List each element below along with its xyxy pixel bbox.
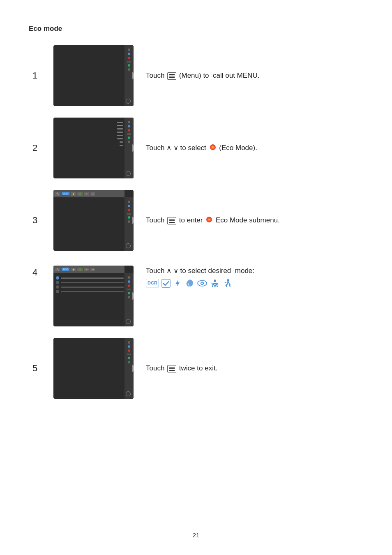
mode-icon-eye xyxy=(197,279,208,288)
menu-icon-1 xyxy=(167,72,176,80)
step-5-row: 5 Touch twice to exit. xyxy=(29,338,363,399)
mode-icon-eco xyxy=(184,279,194,288)
step-4-desc: Touch ∧ ∨ to select desired mode: DCR xyxy=(146,266,363,288)
step-1-desc: Touch (Menu) to call out MENU. xyxy=(146,70,363,81)
section-title: Eco mode xyxy=(29,25,363,33)
mode-icon-check xyxy=(161,279,171,288)
step-1-number: 1 xyxy=(29,70,41,81)
step-5-desc: Touch twice to exit. xyxy=(146,363,363,374)
step-2-monitor xyxy=(53,118,134,178)
step-3-desc: Touch to enter Eco Mode submenu. xyxy=(146,215,363,226)
eco-mode-icon-3 xyxy=(205,216,214,225)
step-2-row: 2 To xyxy=(29,118,363,178)
menu-icon-5 xyxy=(167,365,176,372)
svg-point-15 xyxy=(227,279,229,282)
mode-icon-lightning xyxy=(173,279,182,288)
step-3-row: 3 🔧 ECO ⚡ 🌿 🏃 ↩ Touch xyxy=(29,190,363,251)
mode-icon-dcr: DCR xyxy=(146,279,159,287)
mode-icons-row: DCR xyxy=(146,279,363,288)
svg-point-14 xyxy=(214,280,216,282)
menu-icon-3 xyxy=(167,217,176,224)
mode-icon-person xyxy=(210,279,220,288)
svg-marker-9 xyxy=(175,280,180,287)
step-3-number: 3 xyxy=(29,215,41,226)
page-content: Eco mode 1 Touch (Menu) to call out ME xyxy=(0,0,392,435)
step-1-row: 1 Touch (Menu) to call out MENU. xyxy=(29,45,363,106)
step-5-number: 5 xyxy=(29,363,41,374)
page-number: 21 xyxy=(0,532,392,539)
step-2-desc: Touch ∧ ∨ to select (Eco Mode). xyxy=(146,143,363,153)
step-4-monitor: 🔧 ECO ⚡ 🌿 🏃 ↩ xyxy=(53,266,134,326)
step-2-number: 2 xyxy=(29,143,41,153)
mode-icon-run xyxy=(222,279,232,288)
svg-point-2 xyxy=(212,146,214,148)
svg-point-13 xyxy=(202,282,203,283)
step-4-row: 4 🔧 ECO ⚡ 🌿 🏃 ↩ xyxy=(29,262,363,326)
eco-mode-icon-2 xyxy=(208,144,217,153)
step-3-monitor: 🔧 ECO ⚡ 🌿 🏃 ↩ xyxy=(53,190,134,251)
step-4-number: 4 xyxy=(29,266,41,278)
svg-point-6 xyxy=(208,219,210,220)
step-5-monitor xyxy=(53,338,134,399)
step-1-monitor xyxy=(53,45,134,106)
